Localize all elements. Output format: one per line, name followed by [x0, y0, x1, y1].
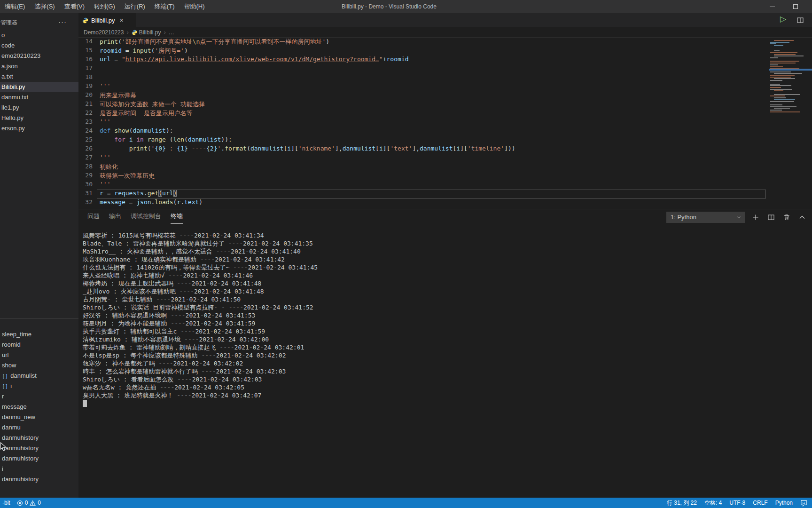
code-line-14[interactable]: 14print('部分直播间不是真实地址\n点一下分享直播间可以看到不一样的房间…	[78, 38, 329, 47]
minimap-line	[770, 84, 780, 85]
panel-tab-终端[interactable]: 终端	[171, 212, 183, 224]
outline-item-r[interactable]: r	[0, 391, 78, 402]
line-number: 15	[78, 47, 93, 54]
outline-item-danmu[interactable]: danmu	[0, 422, 78, 433]
code-line-16[interactable]: 16url = "https://api.live.bilibili.com/x…	[78, 56, 408, 64]
minimap[interactable]	[769, 40, 812, 116]
run-python-file-icon[interactable]: ▷	[780, 14, 786, 24]
outline-item-message[interactable]: message	[0, 402, 78, 412]
maximize-panel-icon[interactable]	[798, 214, 806, 221]
outline-item-url[interactable]: url	[0, 350, 78, 360]
code-line-21[interactable]: 21可以添加分支函数 来做一个 功能选择	[78, 100, 205, 109]
menu-item-V[interactable]: 查看(V)	[60, 0, 89, 13]
remote-indicator[interactable]: -bit	[2, 500, 10, 506]
minimap-line	[770, 52, 797, 53]
outline-item-danmuhistory[interactable]: danmuhistory	[0, 474, 78, 484]
outline-item-i[interactable]: i	[0, 464, 78, 474]
tab-close-icon[interactable]: ×	[120, 16, 124, 24]
split-editor-icon[interactable]	[796, 16, 804, 24]
breadcrumb-file[interactable]: Bilibili.py	[139, 29, 161, 36]
outline-item-show[interactable]: show	[0, 360, 78, 371]
line-number: 22	[78, 109, 93, 116]
new-terminal-icon[interactable]	[752, 214, 759, 221]
tab-bilibili-py[interactable]: Bilibili.py ×	[78, 13, 136, 27]
minimap-line	[770, 66, 783, 67]
code-editor[interactable]: 14print('部分直播间不是真实地址\n点一下分享直播间可以看到不一样的房间…	[0, 38, 812, 209]
code-line-27[interactable]: 27'''	[78, 154, 110, 163]
terminal-cursor	[83, 400, 87, 407]
breadcrumb-symbol[interactable]: …	[169, 29, 174, 36]
terminal-line: 不是lsp是sp : 每个神应该都是特殊辅助 ----2021-02-24 03…	[83, 351, 286, 359]
code-line-29[interactable]: 29获得第一次弹幕历史	[78, 172, 155, 181]
code-line-30[interactable]: 30'''	[78, 181, 110, 190]
menu-item-H[interactable]: 帮助(H)	[179, 0, 209, 13]
panel-tabs: 问题输出调试控制台终端	[87, 212, 183, 224]
maximize-icon[interactable]	[793, 4, 798, 9]
encoding[interactable]: UTF-8	[729, 500, 745, 506]
code-line-20[interactable]: 20用来显示弹幕	[78, 91, 136, 100]
panel-tab-输出[interactable]: 输出	[109, 212, 121, 224]
split-terminal-icon[interactable]	[767, 214, 775, 221]
menu-item-S[interactable]: 选择(S)	[30, 0, 59, 13]
code-line-31[interactable]: 31r = requests.get(url)	[78, 190, 177, 198]
menu-item-E[interactable]: 编辑(E)	[0, 0, 30, 13]
code-line-25[interactable]: 25 for i in range (len(danmulist)):	[78, 136, 232, 145]
outline-item-danmulist[interactable]: []danmulist	[0, 371, 78, 381]
line-number: 24	[78, 127, 93, 134]
minimap-line	[774, 73, 802, 74]
cursor-position[interactable]: 行 31, 列 22	[667, 499, 697, 507]
outline-item-i[interactable]: []i	[0, 381, 78, 391]
terminal-selector-dropdown[interactable]: 1: Python	[666, 212, 745, 223]
code-line-26[interactable]: 26 print('{0} : {1} ----{2}'.format(danm…	[78, 145, 515, 154]
minimize-icon[interactable]	[770, 7, 775, 7]
line-number: 21	[78, 100, 93, 107]
panel-tab-问题[interactable]: 问题	[87, 212, 100, 224]
terminal-line: 什么也无法拥有 : 141026的有吗，等得要晕过去了~ ----2021-02…	[83, 263, 318, 271]
symbol-variable-icon: []	[2, 373, 8, 379]
panel-splitter[interactable]	[78, 209, 812, 209]
kill-terminal-icon[interactable]	[783, 214, 790, 221]
code-line-32[interactable]: 32message = json.loads(r.text)	[78, 198, 203, 207]
outline-item-roomid[interactable]: roomid	[0, 340, 78, 350]
indentation[interactable]: 空格: 4	[704, 499, 722, 507]
code-text: '''	[100, 181, 110, 188]
python-file-icon	[132, 30, 137, 35]
language-mode[interactable]: Python	[775, 500, 793, 506]
menu-item-R[interactable]: 运行(R)	[120, 0, 150, 13]
minimap-line	[770, 43, 776, 44]
code-line-15[interactable]: 15roomid = input('房间号=')	[78, 47, 188, 56]
window-title: Bilibili.py - Demo - Visual Studio Code	[342, 0, 437, 13]
outline-item-danmu_new[interactable]: danmu_new	[0, 412, 78, 422]
minimap-line	[774, 78, 795, 79]
code-line-17[interactable]: 17	[78, 64, 100, 73]
editor-tabstrip: Bilibili.py × ▷	[78, 13, 812, 27]
terminal-output[interactable]: 風舞零祈 : 1615尾号有吗棉花花 ----2021-02-24 03:41:…	[83, 231, 806, 498]
code-line-18[interactable]: 18	[78, 73, 100, 82]
minimap-line	[770, 106, 796, 107]
minimap-line	[774, 99, 795, 100]
minimap-line	[770, 95, 785, 96]
breadcrumb-folder[interactable]: Demo20210223	[84, 29, 124, 36]
eol[interactable]: CRLF	[753, 500, 767, 506]
outline-item-danmuhistory[interactable]: danmuhistory	[0, 443, 78, 453]
code-line-24[interactable]: 24def show(danmulist):	[78, 127, 173, 136]
minimap-line	[770, 104, 782, 105]
code-line-22[interactable]: 22是否显示时间 是否显示用户名等	[78, 109, 193, 118]
minimap-line	[770, 68, 799, 69]
outline-item-danmuhistory[interactable]: danmuhistory	[0, 453, 78, 464]
titlebar: 编辑(E)选择(S)查看(V)转到(G)运行(R)终端(T)帮助(H) Bili…	[0, 0, 812, 13]
code-line-23[interactable]: 23'''	[78, 118, 110, 127]
code-text: '''	[100, 82, 110, 89]
menu-item-T[interactable]: 终端(T)	[150, 0, 180, 13]
code-line-19[interactable]: 19'''	[78, 82, 110, 91]
problems-indicator[interactable]: 0 0	[17, 500, 41, 506]
outline-item-sleep_time[interactable]: sleep_time	[0, 329, 78, 340]
menubar: 编辑(E)选择(S)查看(V)转到(G)运行(R)终端(T)帮助(H)	[0, 0, 210, 13]
minimap-line	[774, 108, 790, 109]
outline-item-danmuhistory[interactable]: danmuhistory	[0, 433, 78, 443]
feedback-smiley-icon[interactable]	[800, 500, 807, 507]
more-actions-icon[interactable]: ···	[58, 18, 67, 26]
menu-item-G[interactable]: 转到(G)	[89, 0, 120, 13]
panel-tab-调试控制台[interactable]: 调试控制台	[131, 212, 161, 224]
code-line-28[interactable]: 28初始化	[78, 163, 118, 172]
